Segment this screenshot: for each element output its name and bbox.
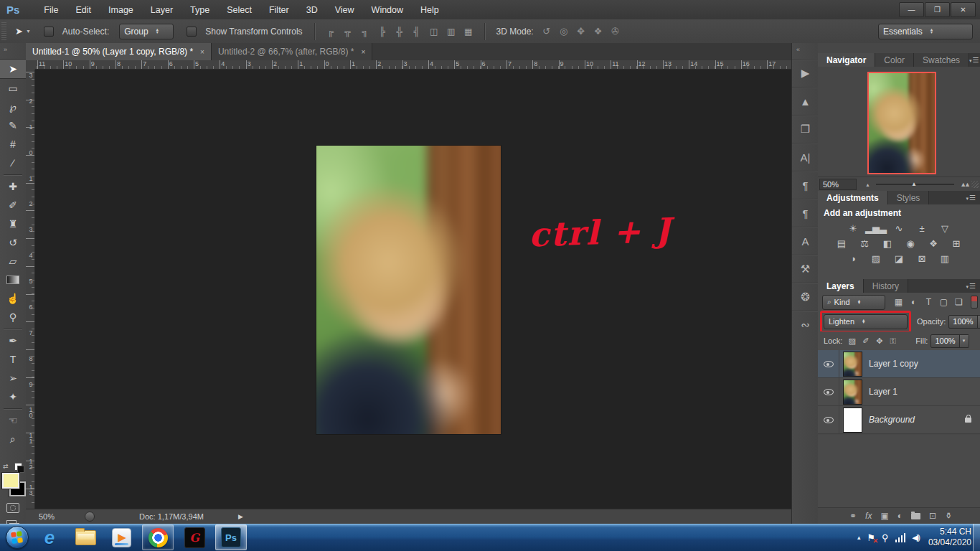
add-layer-mask-icon[interactable]: ▣ (880, 511, 888, 521)
eye-icon[interactable] (823, 358, 834, 369)
taskbar-photoshop[interactable]: Ps (215, 524, 247, 550)
menu-item[interactable]: Select (218, 1, 260, 19)
layer-style-icon[interactable]: fx (865, 511, 872, 521)
type-tool[interactable]: T (0, 350, 26, 369)
layer-name[interactable]: Background (869, 415, 915, 425)
navigator-proxy-view[interactable] (867, 72, 936, 174)
taskbar-media-player[interactable]: ▶ (106, 525, 136, 550)
invert-icon[interactable]: ◑ (845, 252, 861, 265)
auto-select-checkbox[interactable] (44, 27, 54, 37)
tab-layers[interactable]: Layers (818, 279, 864, 293)
paragraph-styles-panel-icon[interactable]: ¶ (792, 199, 819, 227)
layer-row-background[interactable]: Background (818, 406, 980, 434)
visibility-cell[interactable] (818, 350, 839, 377)
show-transform-checkbox[interactable] (187, 27, 197, 37)
selective-color-icon[interactable]: ⊠ (914, 252, 930, 265)
gradient-map-icon[interactable]: ▥ (937, 252, 953, 265)
filter-adjustment-layers-icon[interactable]: ◐ (906, 296, 921, 309)
menu-item[interactable]: Help (412, 1, 448, 19)
brightness-contrast-icon[interactable]: ☀ (845, 222, 861, 235)
eyedropper-tool[interactable]: ∕ (0, 154, 26, 172)
auto-select-dropdown[interactable]: Group (119, 24, 174, 39)
menu-item[interactable]: Type (182, 1, 218, 19)
layer-name[interactable]: Layer 1 copy (869, 359, 918, 369)
new-adjustment-layer-icon[interactable]: ◐ (897, 511, 903, 521)
document-tab-untitled-2[interactable]: Untitled-2 @ 66,7% (after, RGB/8) * × (212, 43, 372, 60)
collapse-tools-chevron-icon[interactable]: » (4, 46, 7, 53)
blend-mode-dropdown[interactable]: Lighten (824, 314, 908, 329)
menu-item[interactable]: Edit (67, 1, 100, 19)
new-layer-icon[interactable]: ⊡ (929, 511, 936, 521)
rectangular-marquee-tool[interactable]: ▭ (0, 79, 26, 98)
fill-value[interactable]: 100%▼ (930, 334, 969, 348)
align-bottom-edges-icon[interactable]: ╗ (358, 24, 372, 39)
layer-thumbnail[interactable] (844, 352, 862, 376)
photo-image[interactable] (316, 146, 501, 434)
panel-menu-icon[interactable] (966, 194, 976, 202)
custom-shape-tool[interactable]: ✦ (0, 387, 26, 406)
minimize-button[interactable]: — (899, 2, 924, 17)
zoom-out-icon[interactable]: ▲ (865, 182, 870, 187)
visibility-cell[interactable] (818, 378, 839, 405)
filter-type-layers-icon[interactable]: T (921, 296, 936, 309)
black-white-icon[interactable]: ◧ (880, 237, 895, 250)
canvas[interactable]: ctrl + J (35, 70, 791, 509)
close-icon[interactable]: × (200, 48, 204, 56)
character-styles-panel-icon[interactable]: A (792, 227, 819, 255)
panel-menu-icon[interactable] (969, 56, 979, 64)
clone-stamp-tool[interactable]: ♜ (0, 215, 26, 233)
power-plug-icon[interactable]: ⚲ (882, 532, 889, 543)
layer-thumbnail[interactable] (844, 380, 862, 404)
history-brush-tool[interactable]: ↺ (0, 233, 26, 252)
menu-item[interactable]: Filter (260, 1, 298, 19)
tray-expand-icon[interactable]: ▴ (857, 534, 861, 541)
chevron-down-icon[interactable]: ▼ (959, 335, 969, 347)
align-top-edges-icon[interactable]: ╔ (324, 24, 338, 39)
eye-icon[interactable] (823, 414, 834, 425)
document-tab-untitled-1[interactable]: Untitled-1 @ 50% (Layer 1 copy, RGB/8) *… (26, 43, 212, 60)
layer-row-layer-1[interactable]: Layer 1 (818, 378, 980, 406)
paragraph-panel-icon[interactable]: ¶ (792, 171, 819, 199)
tab-styles[interactable]: Styles (888, 191, 930, 204)
network-signal-icon[interactable] (895, 533, 906, 542)
visibility-cell[interactable] (818, 406, 839, 433)
delete-layer-icon[interactable]: ⚱ (945, 511, 952, 521)
align-right-edges-icon[interactable]: ╣ (410, 24, 424, 39)
exposure-icon[interactable]: ± (914, 222, 930, 235)
menu-item[interactable]: File (35, 1, 67, 19)
layer-row-layer-1-copy[interactable]: Layer 1 copy (818, 350, 980, 378)
taskbar-internet-explorer[interactable]: e (34, 525, 65, 550)
lock-transparent-pixels-icon[interactable]: ▨ (845, 334, 859, 347)
kind-filter-dropdown[interactable]: ⌕ Kind (822, 295, 885, 310)
align-horizontal-centers-icon[interactable]: ╬ (392, 24, 407, 39)
color-balance-icon[interactable]: ⚖ (857, 237, 872, 250)
lasso-tool[interactable]: ℘ (0, 98, 26, 116)
tab-history[interactable]: History (864, 279, 908, 293)
layer-filter-toggle[interactable] (971, 296, 978, 309)
resize-grip-icon[interactable] (971, 181, 979, 188)
menu-item[interactable]: Window (363, 1, 412, 19)
posterize-icon[interactable]: ▨ (868, 252, 884, 265)
tool-presets-panel-icon[interactable]: ⚒ (792, 255, 819, 283)
workspace-dropdown[interactable]: Essentials (878, 24, 973, 39)
menu-item[interactable]: Layer (142, 1, 182, 19)
paths-panel-icon[interactable]: ∾ (792, 311, 819, 339)
expand-panels-chevron-icon[interactable]: « (796, 46, 800, 53)
tab-adjustments[interactable]: Adjustments (818, 191, 888, 204)
distribute-left-icon[interactable]: ◫ (427, 24, 441, 39)
menu-item[interactable]: 3D (298, 1, 326, 19)
volume-icon[interactable]: ◀)) (912, 533, 919, 542)
taskbar-file-explorer[interactable] (70, 525, 100, 550)
status-arrow-icon[interactable]: ▶ (238, 513, 243, 520)
hand-tool[interactable]: ☜ (0, 411, 26, 430)
close-icon[interactable]: × (362, 48, 366, 56)
vertical-ruler[interactable]: 321012345678910111213 (26, 70, 35, 509)
lock-position-icon[interactable]: ✥ (872, 334, 886, 347)
move-tool[interactable]: ➤ (0, 59, 26, 79)
tab-color[interactable]: Color (875, 53, 914, 67)
zoom-in-icon[interactable]: ▲▲ (960, 181, 969, 188)
gradient-tool[interactable] (0, 270, 26, 289)
lock-image-pixels-icon[interactable]: ✐ (859, 334, 872, 347)
3d-roll-icon[interactable]: ◎ (557, 24, 571, 39)
horizontal-ruler[interactable]: 111098765432101234567891011121314151617 (35, 60, 791, 70)
